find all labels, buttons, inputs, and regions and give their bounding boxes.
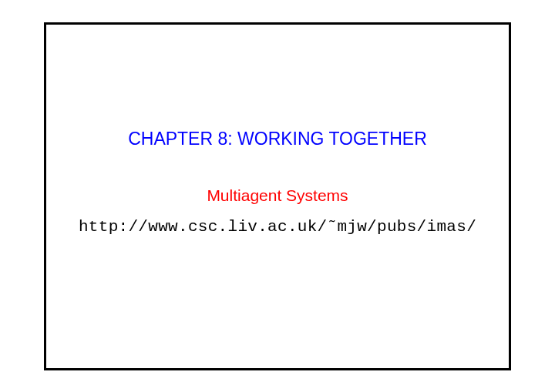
- chapter-title: CHAPTER 8: WORKING TOGETHER: [128, 129, 427, 149]
- subtitle: Multiagent Systems: [207, 186, 348, 205]
- url-text: http://www.csc.liv.ac.uk/˜mjw/pubs/imas/: [79, 218, 476, 236]
- slide-frame: CHAPTER 8: WORKING TOGETHER Multiagent S…: [44, 22, 511, 370]
